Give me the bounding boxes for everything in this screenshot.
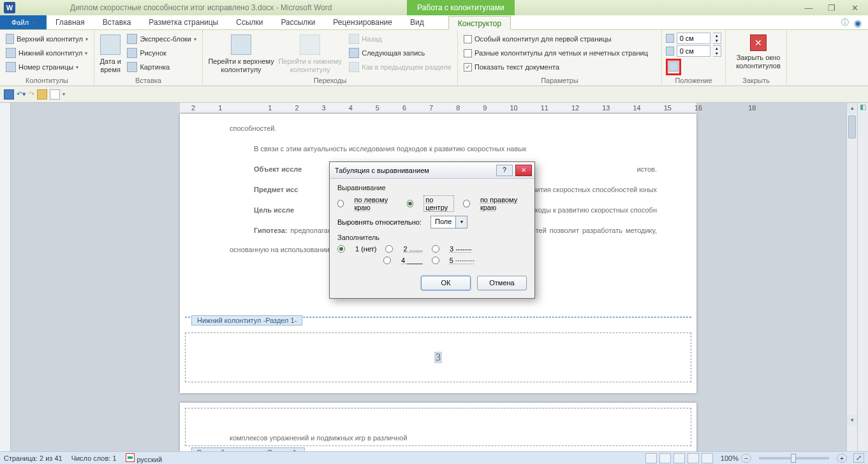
title-bar: W Диплом скоростные способности итог исп… bbox=[0, 0, 868, 15]
ok-button[interactable]: ОК bbox=[421, 276, 471, 290]
group-label: Колонтитулы bbox=[0, 77, 94, 84]
footer-tag: Нижний колонтитул -Раздел 1- bbox=[191, 315, 302, 326]
group-label: Вставка bbox=[94, 77, 202, 84]
alignment-tab-dialog: Табуляция с выравниванием ? ✕ Выравниван… bbox=[329, 161, 535, 299]
word-count[interactable]: Число слов: 1 bbox=[71, 454, 117, 462]
tab-home[interactable]: Главная bbox=[47, 15, 94, 29]
file-tab[interactable]: Файл▾ bbox=[0, 15, 47, 29]
ruler-toggle-icon[interactable]: ◧ bbox=[858, 103, 868, 114]
dialog-title: Табуляция с выравниванием bbox=[335, 167, 429, 174]
status-bar: Страница: 2 из 41 Число слов: 1 русский … bbox=[0, 451, 868, 464]
align-center-radio[interactable] bbox=[407, 200, 413, 207]
relative-to-combo[interactable]: Поле▾ bbox=[430, 216, 467, 228]
leader-2-radio[interactable] bbox=[385, 245, 393, 253]
draft-view-icon[interactable] bbox=[702, 453, 713, 463]
tab-view[interactable]: Вид bbox=[401, 15, 433, 29]
tab-mail[interactable]: Рассылки bbox=[272, 15, 324, 29]
picture-button[interactable]: Рисунок bbox=[125, 46, 198, 60]
zoom-out-icon[interactable]: − bbox=[741, 454, 751, 463]
group-label: Параметры bbox=[458, 77, 661, 84]
undo-icon[interactable]: ↶▾ bbox=[17, 90, 26, 98]
fit-icon[interactable]: ⤢ bbox=[853, 453, 864, 463]
cancel-button[interactable]: Отмена bbox=[477, 276, 527, 290]
next-button[interactable]: Следующая запись bbox=[347, 46, 453, 60]
word-icon: W bbox=[4, 2, 15, 13]
tab-insert[interactable]: Вставка bbox=[94, 15, 140, 29]
qat-customize-icon[interactable]: ▾ bbox=[63, 91, 65, 97]
group-label: Закрыть bbox=[726, 77, 786, 84]
different-first-checkbox[interactable]: Особый колонтитул для первой страницы bbox=[462, 32, 658, 46]
vertical-scrollbar[interactable]: ▴ ▾ bbox=[846, 103, 857, 451]
ribbon-tabs: Файл▾ Главная Вставка Разметка страницы … bbox=[0, 15, 868, 30]
clipart-button[interactable]: Картинка bbox=[125, 60, 198, 74]
link-previous-button: Как в предыдущем разделе bbox=[347, 60, 453, 74]
scroll-up-icon[interactable]: ▴ bbox=[847, 103, 857, 114]
outline-view-icon[interactable] bbox=[688, 453, 699, 463]
group-label: Переходы bbox=[203, 77, 457, 84]
previous-button: Назад bbox=[347, 32, 453, 46]
zoom-level[interactable]: 100% bbox=[721, 454, 739, 462]
new-icon[interactable] bbox=[50, 89, 60, 100]
scroll-thumb[interactable] bbox=[848, 116, 856, 138]
alignment-label: Выравнивание bbox=[337, 184, 527, 191]
minimize-ribbon-icon[interactable]: ⓘ bbox=[841, 17, 849, 28]
restore-icon[interactable]: ❐ bbox=[826, 3, 837, 12]
contextual-tab-label: Работа с колонтитулами bbox=[407, 0, 515, 15]
ribbon: Верхний колонтитул▾ Нижний колонтитул▾ Н… bbox=[0, 30, 868, 86]
group-label: Положение bbox=[662, 77, 725, 84]
footer-area[interactable]: Нижний колонтитул -Раздел 1- 3 bbox=[185, 317, 691, 393]
tab-review[interactable]: Рецензирование bbox=[324, 15, 401, 29]
leader-label: Заполнитель bbox=[337, 234, 527, 241]
odd-even-checkbox[interactable]: Разные колонтитулы для четных и нечетных… bbox=[462, 46, 658, 60]
close-icon[interactable]: ✕ bbox=[849, 3, 860, 12]
tab-layout[interactable]: Разметка страницы bbox=[140, 15, 227, 29]
page-status[interactable]: Страница: 2 из 41 bbox=[4, 454, 63, 462]
header-button[interactable]: Верхний колонтитул▾ bbox=[4, 32, 90, 46]
page[interactable]: Верхний колонтитул -Раздел 1- комплексов… bbox=[180, 403, 696, 451]
leader-5-radio[interactable] bbox=[432, 257, 439, 264]
insert-alignment-tab-button[interactable] bbox=[666, 59, 681, 75]
show-document-checkbox[interactable]: ✓Показать текст документа bbox=[462, 60, 658, 74]
leader-3-radio[interactable] bbox=[432, 245, 439, 253]
page-number[interactable]: 3 bbox=[434, 352, 442, 363]
full-screen-view-icon[interactable] bbox=[659, 453, 671, 463]
align-left-radio[interactable] bbox=[337, 200, 344, 207]
save-icon[interactable] bbox=[4, 89, 14, 100]
leader-4-radio[interactable] bbox=[383, 257, 391, 264]
quick-access-toolbar: ↶▾ ↷ ▾ bbox=[0, 86, 868, 103]
redo-icon[interactable]: ↷ bbox=[29, 90, 34, 98]
print-layout-view-icon[interactable] bbox=[645, 453, 657, 463]
tab-refs[interactable]: Ссылки bbox=[227, 15, 272, 29]
page-number-button[interactable]: Номер страницы▾ bbox=[4, 60, 90, 74]
align-right-radio[interactable] bbox=[463, 200, 469, 207]
header-from-top[interactable]: 0 см▴▾ bbox=[666, 32, 721, 45]
footer-button[interactable]: Нижний колонтитул▾ bbox=[4, 46, 90, 60]
open-icon[interactable] bbox=[37, 89, 47, 100]
minimize-icon[interactable]: — bbox=[803, 3, 814, 12]
quick-parts-button[interactable]: Экспресс-блоки▾ bbox=[125, 32, 198, 46]
close-header-footer-button[interactable]: ✕Закрыть окно колонтитулов bbox=[730, 32, 787, 70]
horizontal-ruler[interactable]: 211234567891011121314151618 bbox=[180, 103, 696, 114]
document-title: Диплом скоростные способности итог испра… bbox=[70, 3, 332, 12]
help-icon[interactable]: ◉ bbox=[854, 18, 862, 28]
zoom-in-icon[interactable]: + bbox=[837, 454, 847, 463]
language-status[interactable]: русский bbox=[126, 453, 162, 463]
side-tools: ◧ bbox=[857, 103, 868, 451]
dialog-help-icon[interactable]: ? bbox=[496, 165, 513, 176]
scroll-down-icon[interactable]: ▾ bbox=[847, 415, 857, 426]
web-layout-view-icon[interactable] bbox=[673, 453, 685, 463]
dialog-close-icon[interactable]: ✕ bbox=[515, 165, 532, 176]
leader-1-radio[interactable] bbox=[337, 245, 345, 253]
tab-design[interactable]: Конструктор bbox=[448, 16, 511, 30]
language-icon bbox=[126, 453, 135, 462]
relative-to-label: Выровнять относительно: bbox=[337, 218, 422, 226]
footer-from-bottom[interactable]: 0 см▴▾ bbox=[666, 45, 721, 57]
dialog-titlebar[interactable]: Табуляция с выравниванием ? ✕ bbox=[330, 162, 534, 179]
zoom-slider[interactable] bbox=[759, 457, 829, 460]
vertical-ruler[interactable] bbox=[0, 103, 11, 451]
